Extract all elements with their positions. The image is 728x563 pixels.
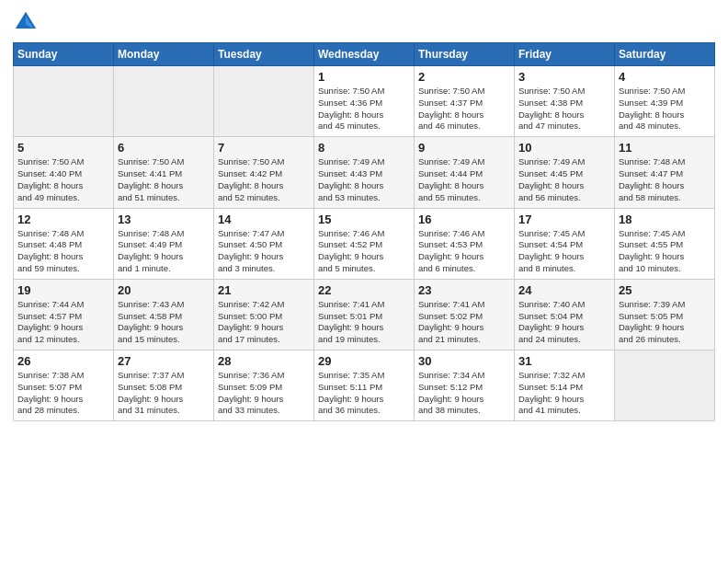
page: SundayMondayTuesdayWednesdayThursdayFrid… [0,0,728,563]
day-info: Sunrise: 7:50 AM Sunset: 4:38 PM Dayligh… [518,86,610,132]
day-cell: 7Sunrise: 7:50 AM Sunset: 4:42 PM Daylig… [214,137,314,208]
day-number: 14 [218,213,310,226]
day-number: 9 [418,141,510,155]
day-number: 20 [118,283,210,297]
weekday-friday: Friday [515,43,615,66]
day-cell: 27Sunrise: 7:37 AM Sunset: 5:08 PM Dayli… [114,350,214,421]
day-number: 27 [118,354,210,368]
week-row-4: 26Sunrise: 7:38 AM Sunset: 5:07 PM Dayli… [14,350,715,421]
day-info: Sunrise: 7:49 AM Sunset: 4:44 PM Dayligh… [418,156,510,203]
day-number: 15 [318,213,410,226]
day-number: 25 [619,283,711,297]
day-info: Sunrise: 7:34 AM Sunset: 5:12 PM Dayligh… [418,370,510,417]
day-number: 30 [418,354,510,368]
day-cell: 5Sunrise: 7:50 AM Sunset: 4:40 PM Daylig… [14,137,114,208]
day-number: 2 [418,70,510,84]
day-number: 1 [318,70,410,84]
week-row-2: 12Sunrise: 7:48 AM Sunset: 4:48 PM Dayli… [14,208,715,279]
day-cell: 23Sunrise: 7:41 AM Sunset: 5:02 PM Dayli… [415,279,515,350]
day-info: Sunrise: 7:39 AM Sunset: 5:05 PM Dayligh… [619,299,711,346]
weekday-sunday: Sunday [14,43,114,66]
day-info: Sunrise: 7:50 AM Sunset: 4:39 PM Dayligh… [619,86,711,132]
day-number: 19 [17,283,109,297]
day-cell: 19Sunrise: 7:44 AM Sunset: 4:57 PM Dayli… [14,279,114,350]
day-number: 6 [118,141,210,155]
day-cell: 20Sunrise: 7:43 AM Sunset: 4:58 PM Dayli… [114,279,214,350]
day-cell: 11Sunrise: 7:48 AM Sunset: 4:47 PM Dayli… [615,137,715,208]
day-cell: 21Sunrise: 7:42 AM Sunset: 5:00 PM Dayli… [214,279,314,350]
calendar-body: 1Sunrise: 7:50 AM Sunset: 4:36 PM Daylig… [14,66,715,421]
day-info: Sunrise: 7:42 AM Sunset: 5:00 PM Dayligh… [218,299,310,346]
day-info: Sunrise: 7:41 AM Sunset: 5:02 PM Dayligh… [418,299,510,346]
day-cell [615,350,715,421]
day-cell: 29Sunrise: 7:35 AM Sunset: 5:11 PM Dayli… [314,350,415,421]
day-number: 24 [518,283,610,297]
day-cell: 6Sunrise: 7:50 AM Sunset: 4:41 PM Daylig… [114,137,214,208]
day-info: Sunrise: 7:43 AM Sunset: 4:58 PM Dayligh… [118,299,210,346]
day-number: 11 [619,141,711,155]
day-info: Sunrise: 7:48 AM Sunset: 4:47 PM Dayligh… [619,156,711,203]
day-cell [114,66,214,137]
day-cell: 16Sunrise: 7:46 AM Sunset: 4:53 PM Dayli… [415,208,515,279]
weekday-tuesday: Tuesday [214,43,314,66]
day-cell: 17Sunrise: 7:45 AM Sunset: 4:54 PM Dayli… [515,208,615,279]
day-info: Sunrise: 7:36 AM Sunset: 5:09 PM Dayligh… [218,370,310,417]
logo [13,9,42,35]
day-number: 26 [17,354,109,368]
calendar: SundayMondayTuesdayWednesdayThursdayFrid… [13,42,715,421]
weekday-wednesday: Wednesday [314,43,415,66]
day-info: Sunrise: 7:35 AM Sunset: 5:11 PM Dayligh… [318,370,410,417]
day-cell: 31Sunrise: 7:32 AM Sunset: 5:14 PM Dayli… [515,350,615,421]
day-number: 29 [318,354,410,368]
day-number: 28 [218,354,310,368]
day-info: Sunrise: 7:50 AM Sunset: 4:40 PM Dayligh… [17,156,109,203]
day-info: Sunrise: 7:48 AM Sunset: 4:48 PM Dayligh… [17,228,109,275]
day-cell: 25Sunrise: 7:39 AM Sunset: 5:05 PM Dayli… [615,279,715,350]
day-cell: 8Sunrise: 7:49 AM Sunset: 4:43 PM Daylig… [314,137,415,208]
day-info: Sunrise: 7:32 AM Sunset: 5:14 PM Dayligh… [518,370,610,417]
day-number: 5 [17,141,109,155]
day-cell: 10Sunrise: 7:49 AM Sunset: 4:45 PM Dayli… [515,137,615,208]
day-info: Sunrise: 7:50 AM Sunset: 4:41 PM Dayligh… [118,156,210,203]
day-cell: 22Sunrise: 7:41 AM Sunset: 5:01 PM Dayli… [314,279,415,350]
day-info: Sunrise: 7:50 AM Sunset: 4:37 PM Dayligh… [418,86,510,132]
day-number: 8 [318,141,410,155]
day-number: 4 [619,70,711,84]
day-cell: 14Sunrise: 7:47 AM Sunset: 4:50 PM Dayli… [214,208,314,279]
header [13,9,715,35]
day-number: 3 [518,70,610,84]
day-number: 10 [518,141,610,155]
day-cell: 4Sunrise: 7:50 AM Sunset: 4:39 PM Daylig… [615,66,715,137]
day-number: 31 [518,354,610,368]
day-info: Sunrise: 7:45 AM Sunset: 4:55 PM Dayligh… [619,228,711,275]
day-info: Sunrise: 7:40 AM Sunset: 5:04 PM Dayligh… [518,299,610,346]
day-info: Sunrise: 7:45 AM Sunset: 4:54 PM Dayligh… [518,228,610,275]
day-info: Sunrise: 7:44 AM Sunset: 4:57 PM Dayligh… [17,299,109,346]
day-number: 7 [218,141,310,155]
week-row-3: 19Sunrise: 7:44 AM Sunset: 4:57 PM Dayli… [14,279,715,350]
day-number: 16 [418,213,510,226]
day-number: 18 [619,213,711,226]
weekday-saturday: Saturday [615,43,715,66]
day-info: Sunrise: 7:41 AM Sunset: 5:01 PM Dayligh… [318,299,410,346]
day-cell: 2Sunrise: 7:50 AM Sunset: 4:37 PM Daylig… [415,66,515,137]
day-cell: 15Sunrise: 7:46 AM Sunset: 4:52 PM Dayli… [314,208,415,279]
day-info: Sunrise: 7:47 AM Sunset: 4:50 PM Dayligh… [218,228,310,275]
day-info: Sunrise: 7:49 AM Sunset: 4:45 PM Dayligh… [518,156,610,203]
day-number: 17 [518,213,610,226]
day-info: Sunrise: 7:49 AM Sunset: 4:43 PM Dayligh… [318,156,410,203]
day-cell: 9Sunrise: 7:49 AM Sunset: 4:44 PM Daylig… [415,137,515,208]
day-cell: 1Sunrise: 7:50 AM Sunset: 4:36 PM Daylig… [314,66,415,137]
day-info: Sunrise: 7:38 AM Sunset: 5:07 PM Dayligh… [17,370,109,417]
weekday-row: SundayMondayTuesdayWednesdayThursdayFrid… [14,43,715,66]
day-cell: 26Sunrise: 7:38 AM Sunset: 5:07 PM Dayli… [14,350,114,421]
day-cell [214,66,314,137]
day-cell: 18Sunrise: 7:45 AM Sunset: 4:55 PM Dayli… [615,208,715,279]
day-info: Sunrise: 7:46 AM Sunset: 4:53 PM Dayligh… [418,228,510,275]
day-cell: 24Sunrise: 7:40 AM Sunset: 5:04 PM Dayli… [515,279,615,350]
day-number: 23 [418,283,510,297]
day-info: Sunrise: 7:50 AM Sunset: 4:42 PM Dayligh… [218,156,310,203]
day-info: Sunrise: 7:37 AM Sunset: 5:08 PM Dayligh… [118,370,210,417]
weekday-thursday: Thursday [415,43,515,66]
weekday-monday: Monday [114,43,214,66]
